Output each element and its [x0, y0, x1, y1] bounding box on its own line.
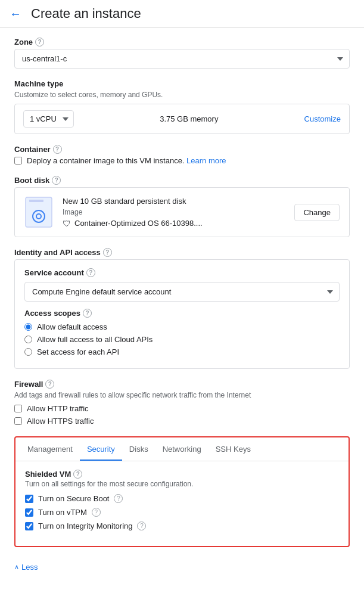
- container-label: Container ?: [14, 145, 350, 154]
- back-button[interactable]: ←: [10, 7, 21, 21]
- firewall-section: Firewall ? Add tags and firewall rules t…: [14, 380, 350, 426]
- shielded-vm-sublabel: Turn on all settings for the most secure…: [25, 480, 339, 488]
- boot-disk-section: Boot disk ? New 10 GB standard persisten…: [14, 176, 350, 237]
- change-boot-disk-button[interactable]: Change: [294, 204, 340, 221]
- firewall-sublabel: Add tags and firewall rules to allow spe…: [14, 391, 350, 399]
- service-account-select[interactable]: Compute Engine default service account: [24, 282, 340, 302]
- secure-boot-label: Turn on Secure Boot: [38, 494, 109, 503]
- disk-image-label: Image: [63, 208, 285, 216]
- disk-info: New 10 GB standard persistent disk Image…: [63, 197, 285, 228]
- service-account-help-icon[interactable]: ?: [86, 268, 95, 277]
- memory-label: 3.75 GB memory: [86, 114, 293, 123]
- container-help-icon[interactable]: ?: [53, 145, 62, 154]
- identity-help-icon[interactable]: ?: [103, 248, 112, 257]
- machine-type-box: 1 vCPU 3.75 GB memory Customize: [14, 104, 350, 134]
- disk-shield-icon: 🛡: [63, 219, 71, 228]
- allow-http-checkbox[interactable]: [14, 405, 22, 412]
- allow-https-checkbox[interactable]: [14, 417, 22, 425]
- allow-default-label: Allow default access: [37, 322, 107, 331]
- shielded-vm-label: Shielded VM ?: [25, 470, 339, 479]
- identity-label: Identity and API access ?: [14, 248, 350, 257]
- vtpm-help-icon[interactable]: ?: [92, 508, 101, 517]
- zone-help-icon[interactable]: ?: [35, 38, 44, 46]
- zone-select[interactable]: us-central1-c: [14, 49, 350, 69]
- deploy-container-checkbox[interactable]: [14, 157, 22, 164]
- tab-security[interactable]: Security: [80, 437, 122, 461]
- firewall-label: Firewall ?: [14, 380, 350, 389]
- customize-link[interactable]: Customize: [304, 114, 341, 123]
- tab-networking[interactable]: Networking: [155, 437, 209, 461]
- machine-type-section: Machine type Customize to select cores, …: [14, 79, 350, 134]
- deploy-container-label: Deploy a container image to this VM inst…: [27, 156, 226, 165]
- disk-image-row: 🛡 Container-Optimized OS 66-10398....: [63, 219, 285, 228]
- secure-boot-checkbox[interactable]: [25, 495, 33, 503]
- integrity-checkbox[interactable]: [25, 522, 33, 530]
- vtpm-label: Turn on vTPM: [38, 508, 87, 517]
- https-checkbox-row: Allow HTTPS traffic: [14, 417, 350, 426]
- page-header: ← Create an instance: [0, 0, 364, 28]
- container-section: Container ? Deploy a container image to …: [14, 145, 350, 165]
- tab-disks[interactable]: Disks: [122, 437, 155, 461]
- identity-box: Service account ? Compute Engine default…: [14, 259, 350, 369]
- http-checkbox-row: Allow HTTP traffic: [14, 404, 350, 413]
- shielded-vm-help-icon[interactable]: ?: [73, 470, 82, 479]
- disk-image-name: Container-Optimized OS 66-10398....: [74, 219, 203, 228]
- service-account-label: Service account ?: [24, 268, 340, 277]
- set-per-api-label: Set access for each API: [37, 347, 119, 356]
- secure-boot-help-icon[interactable]: ?: [114, 494, 123, 503]
- allow-default-radio[interactable]: [24, 323, 32, 331]
- firewall-help-icon[interactable]: ?: [45, 380, 54, 389]
- access-scopes-label: Access scopes ?: [24, 309, 340, 318]
- allow-https-label: Allow HTTPS traffic: [27, 417, 94, 426]
- identity-section: Identity and API access ? Service accoun…: [14, 248, 350, 369]
- tabs-section: Management Security Disks Networking SSH…: [14, 436, 350, 547]
- integrity-row: Turn on Integrity Monitoring ?: [25, 522, 339, 530]
- tab-management[interactable]: Management: [20, 437, 80, 461]
- access-scopes-help-icon[interactable]: ?: [83, 309, 92, 318]
- tabs-bar: Management Security Disks Networking SSH…: [15, 437, 349, 461]
- machine-type-label: Machine type: [14, 79, 350, 88]
- zone-label: Zone ?: [14, 38, 350, 46]
- set-per-api-radio-row: Set access for each API: [24, 347, 340, 356]
- boot-disk-box: New 10 GB standard persistent disk Image…: [14, 187, 350, 237]
- allow-full-radio[interactable]: [24, 336, 32, 343]
- disk-title: New 10 GB standard persistent disk: [63, 197, 285, 206]
- main-content: Zone ? us-central1-c Machine type Custom…: [0, 28, 364, 557]
- allow-full-label: Allow full access to all Cloud APIs: [37, 335, 153, 344]
- chevron-up-icon: ∧: [14, 563, 19, 571]
- learn-more-link[interactable]: Learn more: [186, 156, 226, 165]
- allow-default-radio-row: Allow default access: [24, 322, 340, 331]
- tab-ssh-keys[interactable]: SSH Keys: [209, 437, 258, 461]
- page-title: Create an instance: [31, 6, 141, 21]
- tab-content-security: Shielded VM ? Turn on all settings for t…: [15, 461, 349, 544]
- secure-boot-row: Turn on Secure Boot ?: [25, 494, 339, 503]
- vtpm-checkbox[interactable]: [25, 508, 33, 517]
- vcpu-select[interactable]: 1 vCPU: [23, 110, 74, 128]
- less-label: Less: [21, 563, 38, 572]
- machine-type-sublabel: Customize to select cores, memory and GP…: [14, 91, 350, 99]
- integrity-help-icon[interactable]: ?: [137, 522, 146, 530]
- allow-full-radio-row: Allow full access to all Cloud APIs: [24, 335, 340, 344]
- vtpm-row: Turn on vTPM ?: [25, 508, 339, 517]
- less-row[interactable]: ∧ Less: [0, 557, 364, 578]
- zone-section: Zone ? us-central1-c: [14, 38, 350, 69]
- container-checkbox-row: Deploy a container image to this VM inst…: [14, 156, 350, 165]
- allow-http-label: Allow HTTP traffic: [27, 404, 89, 413]
- boot-disk-help-icon[interactable]: ?: [52, 176, 61, 185]
- boot-disk-label: Boot disk ?: [14, 176, 350, 185]
- integrity-label: Turn on Integrity Monitoring: [38, 522, 132, 530]
- svg-rect-1: [29, 200, 43, 202]
- set-per-api-radio[interactable]: [24, 348, 32, 356]
- disk-icon: [24, 196, 53, 228]
